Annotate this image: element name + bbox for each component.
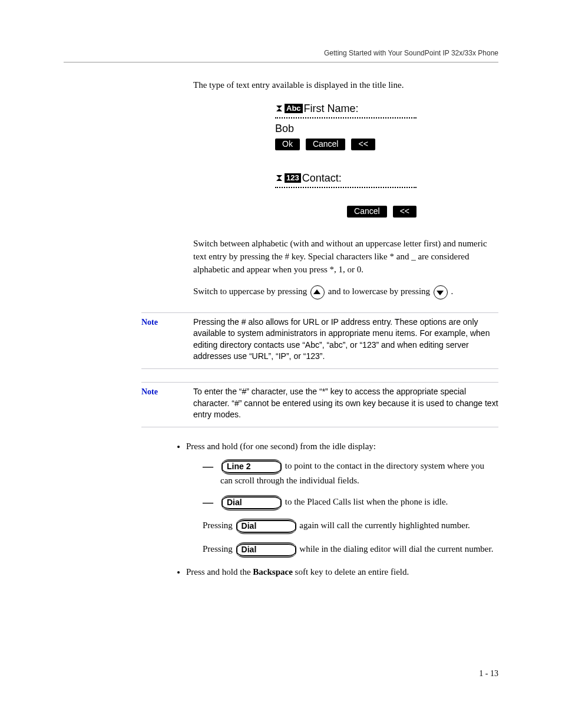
switch-case-paragraph: Switch to uppercase by pressing and to l… [193, 285, 498, 299]
keycap-dial: Dial [236, 542, 296, 558]
arrow-down-icon [434, 285, 448, 299]
text-fragment: Switch to uppercase by pressing [193, 286, 309, 296]
keycap-dial: Dial [222, 495, 282, 510]
text-fragment: Pressing [203, 521, 235, 531]
lcd-field-label: First Name: [304, 101, 359, 116]
dash-item: — Dial to the Placed Calls list when the… [203, 495, 498, 510]
page: Getting Started with Your SoundPoint IP … [0, 0, 562, 728]
intro-paragraph: The type of text entry available is disp… [193, 79, 498, 92]
body-column-continued: Press and hold (for one second) from the… [193, 440, 498, 579]
softkey-ok: Ok [275, 139, 300, 150]
note-body: Pressing the # also allows for URL or IP… [193, 317, 498, 363]
note-block: Note To enter the “#” character, use the… [141, 382, 498, 427]
softkey-backspace: << [393, 206, 416, 218]
header-rule [64, 62, 498, 62]
text-fragment: soft key to delete an entire field. [295, 567, 409, 577]
backspace-keyword: Backspace [253, 567, 293, 577]
note-body: To enter the “#” character, use the “*” … [193, 386, 498, 421]
text-fragment: Press and hold (for one second) from the… [186, 442, 376, 451]
lcd-field-value: Bob [275, 121, 416, 136]
text-fragment: to the Placed Calls list when the phone … [285, 498, 448, 507]
text-mode-badge: 123 [285, 173, 301, 183]
text-mode-badge: Abc [285, 104, 303, 113]
keycap-dial: Dial [236, 519, 296, 534]
paragraph: Pressing Dial again will call the curren… [186, 519, 498, 534]
text-fragment: while in the dialing editor will dial th… [299, 545, 493, 554]
arrow-up-icon [310, 285, 325, 299]
text-fragment: and to lowercase by pressing [328, 286, 432, 296]
text-fragment: Press and hold the [186, 567, 253, 577]
spinner-icon [275, 104, 283, 113]
lcd-field-label: Contact: [302, 170, 342, 186]
switch-modes-paragraph: Switch between alphabetic (with and with… [193, 238, 498, 276]
softkey-cancel: Cancel [347, 206, 387, 218]
text-fragment: again will call the currently highlighte… [299, 521, 470, 531]
spinner-icon [275, 174, 283, 182]
dash-marker: — [203, 459, 213, 473]
note-block: Note Pressing the # also allows for URL … [141, 312, 498, 369]
text-fragment: . [451, 286, 454, 296]
note-label: Note [141, 386, 193, 421]
body-column: The type of text entry available is disp… [193, 79, 498, 299]
text-fragment: Pressing [203, 545, 235, 554]
dash-marker: — [203, 495, 213, 509]
keycap-line2: Line 2 [222, 459, 282, 475]
note-label: Note [141, 317, 193, 363]
bullet-item: Press and hold (for one second) from the… [186, 440, 498, 558]
paragraph: Pressing Dial while in the dialing edito… [186, 542, 498, 558]
lcd-figure-1: Abc First Name: Bob Ok Cancel << [193, 101, 498, 160]
dash-item: — Line 2 to point to the contact in the … [203, 459, 498, 487]
page-number: 1 - 13 [479, 668, 498, 680]
lcd-figure-2: 123 Contact: Cancel << [193, 170, 498, 227]
running-header: Getting Started with Your SoundPoint IP … [64, 48, 498, 58]
softkey-cancel: Cancel [306, 139, 346, 150]
softkey-backspace: << [351, 139, 375, 150]
bullet-item: Press and hold the Backspace soft key to… [186, 566, 498, 579]
